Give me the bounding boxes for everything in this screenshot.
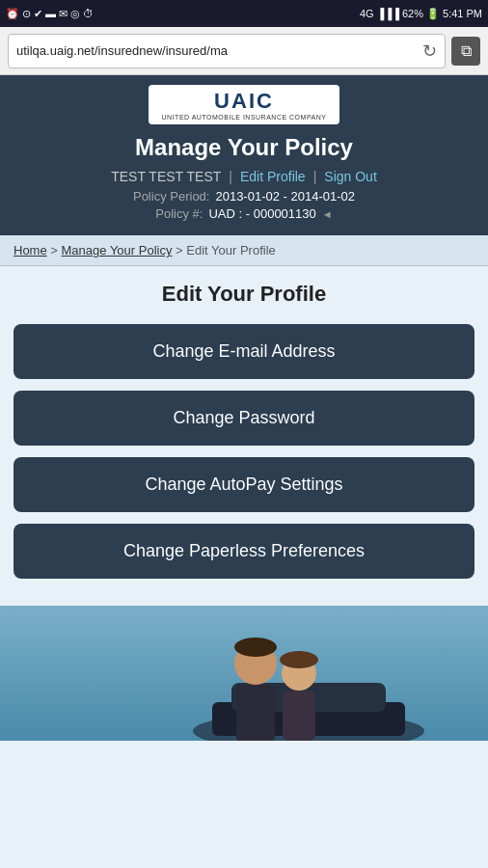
battery-bar-icon: 🔋 xyxy=(426,8,440,20)
policy-number-row: Policy #: UAD : - 000001130 ◄ xyxy=(15,206,473,221)
alarm2-icon: ⏱ xyxy=(83,8,94,19)
status-bar: ⏰ ⊙ ✔ ▬ ✉ ◎ ⏱ 4G ▐▐▐ 62% 🔋 5:41 PM xyxy=(0,0,488,27)
svg-point-5 xyxy=(234,637,277,657)
separator-1: | xyxy=(229,169,232,184)
logo-subtitle: UNITED AUTOMOBILE INSURANCE COMPANY xyxy=(162,114,327,121)
username: TEST TEST TEST xyxy=(111,169,221,184)
logo: UAIC xyxy=(162,89,327,114)
breadcrumb-sep-2: > xyxy=(176,243,186,258)
svg-point-8 xyxy=(280,651,318,668)
url-bar[interactable]: utilqa.uaig.net/insurednew/insured/ma ↻ xyxy=(8,34,446,68)
policy-num-value: UAD : - 000001130 xyxy=(208,206,315,221)
browser-bar: utilqa.uaig.net/insurednew/insured/ma ↻ … xyxy=(0,27,488,75)
time-display: 5:41 PM xyxy=(443,8,482,19)
svg-rect-6 xyxy=(236,685,275,741)
photo-section xyxy=(0,606,488,741)
section-title: Edit Your Profile xyxy=(14,282,474,307)
battery-icon: ▬ xyxy=(45,8,56,19)
sign-out-link[interactable]: Sign Out xyxy=(324,169,376,184)
content-area: Edit Your Profile Change E-mail Address … xyxy=(0,266,488,606)
battery-percent: 62% xyxy=(402,8,423,19)
status-right: 4G ▐▐▐ 62% 🔋 5:41 PM xyxy=(360,8,482,20)
status-icons-left: ⏰ ⊙ ✔ ▬ ✉ ◎ ⏱ xyxy=(6,8,94,20)
change-paperless-button[interactable]: Change Paperless Preferences xyxy=(14,524,474,579)
signal-text: 4G xyxy=(360,8,374,19)
policy-period-row: Policy Period: 2013-01-02 - 2014-01-02 xyxy=(15,189,473,203)
breadcrumb-current: Edit Your Profile xyxy=(186,243,276,258)
policy-period-value: 2013-01-02 - 2014-01-02 xyxy=(215,189,355,203)
signal-bars-icon: ▐▐▐ xyxy=(377,8,399,19)
header: UAIC UNITED AUTOMOBILE INSURANCE COMPANY… xyxy=(0,75,488,235)
svg-rect-9 xyxy=(283,691,315,741)
breadcrumb: Home > Manage Your Policy > Edit Your Pr… xyxy=(0,235,488,266)
logo-container: UAIC UNITED AUTOMOBILE INSURANCE COMPANY xyxy=(149,85,340,124)
separator-2: | xyxy=(313,169,317,184)
policy-period-label: Policy Period: xyxy=(133,189,209,203)
policy-num-label: Policy #: xyxy=(155,206,203,221)
check-icon: ✔ xyxy=(34,8,42,20)
breadcrumb-sep-1: > xyxy=(50,243,61,258)
breadcrumb-manage[interactable]: Manage Your Policy xyxy=(62,243,173,258)
tabs-icon[interactable]: ⧉ xyxy=(451,37,480,66)
reload-icon[interactable]: ↻ xyxy=(422,41,437,62)
breadcrumb-home[interactable]: Home xyxy=(14,243,47,258)
couple-photo xyxy=(0,606,488,741)
change-email-button[interactable]: Change E-mail Address xyxy=(14,324,474,379)
url-text: utilqa.uaig.net/insurednew/insured/ma xyxy=(16,43,228,58)
change-autopay-button[interactable]: Change AutoPay Settings xyxy=(14,457,474,512)
circle-icon: ⊙ xyxy=(22,8,31,20)
mail-icon: ✉ xyxy=(59,8,68,20)
circle2-icon: ◎ xyxy=(70,8,80,20)
edit-profile-link[interactable]: Edit Profile xyxy=(240,169,306,184)
user-row: TEST TEST TEST | Edit Profile | Sign Out xyxy=(15,169,473,184)
alarm-icon: ⏰ xyxy=(6,8,19,20)
change-password-button[interactable]: Change Password xyxy=(14,391,474,446)
triangle-icon: ◄ xyxy=(322,208,333,220)
page-title: Manage Your Policy xyxy=(15,134,473,161)
